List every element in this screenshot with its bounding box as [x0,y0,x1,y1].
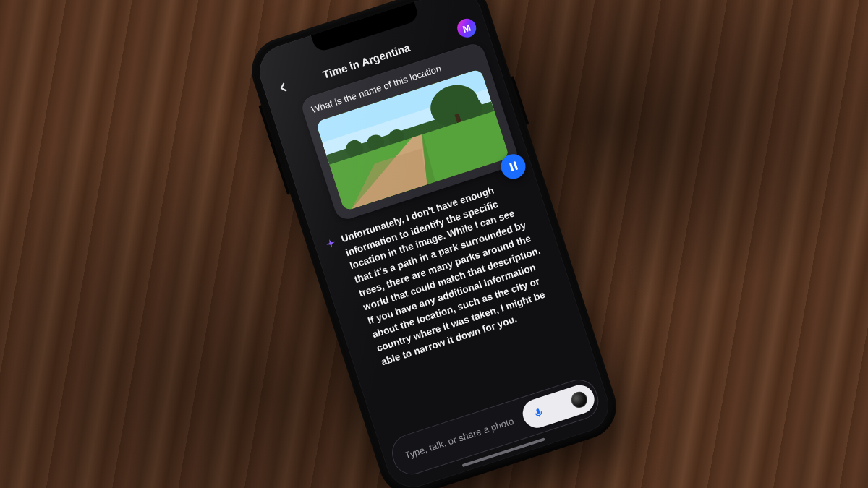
chat-area: What is the name of this location [270,36,597,436]
mic-button[interactable] [519,381,597,432]
avatar[interactable]: M [455,16,479,40]
camera-lens-icon [569,390,590,410]
phone: Time in Argentina M What is the name of … [243,0,624,488]
sparkle-icon [323,236,338,251]
phone-screen: Time in Argentina M What is the name of … [252,0,616,488]
desk-background: Time in Argentina M What is the name of … [0,0,868,488]
avatar-letter: M [461,22,472,35]
pause-icon [509,161,517,171]
phone-case: Time in Argentina M What is the name of … [243,0,624,488]
microphone-icon [532,406,546,420]
